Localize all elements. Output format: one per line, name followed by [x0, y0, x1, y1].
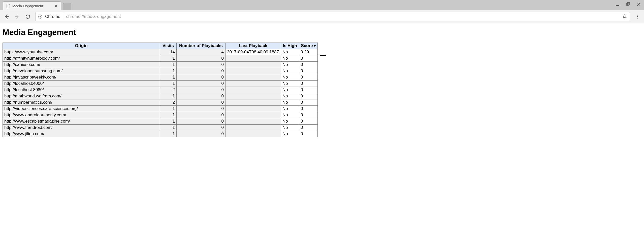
- cell-score: 0: [299, 131, 318, 137]
- svg-point-3: [40, 16, 41, 17]
- table-row: http://developer.samsung.com/10No0: [3, 68, 318, 74]
- cell-last: 2017-09-04T08:40:09.188Z: [226, 49, 281, 55]
- cell-score: 0: [299, 74, 318, 81]
- cell-playbacks: 0: [177, 112, 226, 118]
- cell-last: [226, 131, 281, 137]
- cell-visits: 1: [160, 81, 177, 87]
- cell-last: [226, 81, 281, 87]
- cell-playbacks: 0: [177, 74, 226, 81]
- svg-point-4: [637, 15, 638, 15]
- engagement-table: Origin Visits Number of Playbacks Last P…: [3, 43, 318, 137]
- cell-last: [226, 68, 281, 74]
- cell-playbacks: 0: [177, 118, 226, 125]
- reload-button[interactable]: [25, 14, 31, 20]
- cell-origin: http://javascriptweekly.com/: [3, 74, 160, 81]
- cell-score: 0: [299, 62, 318, 68]
- cell-last: [226, 93, 281, 99]
- cell-visits: 1: [160, 118, 177, 125]
- cell-origin: https://www.youtube.com/: [3, 49, 160, 55]
- kebab-menu-icon[interactable]: [634, 14, 640, 20]
- table-row: http://caniuse.com/10No0: [3, 62, 318, 68]
- url-text: chrome://media-engagement: [66, 14, 620, 19]
- table-row: http://mathworld.wolfram.com/10No0: [3, 93, 318, 99]
- svg-point-6: [637, 18, 638, 18]
- tab-title: Media Engagement: [12, 4, 52, 8]
- cell-score: 0: [299, 106, 318, 112]
- cell-high: No: [281, 118, 299, 125]
- browser-chrome: Media Engagement: [0, 0, 644, 23]
- new-tab-button[interactable]: [63, 3, 71, 10]
- table-row: https://www.youtube.com/1442017-09-04T08…: [3, 49, 318, 55]
- cell-high: No: [281, 62, 299, 68]
- omnibox[interactable]: Chrome chrome://media-engagement: [35, 12, 630, 21]
- cell-last: [226, 112, 281, 118]
- cell-playbacks: 0: [177, 125, 226, 131]
- cell-score: 0.29: [299, 49, 318, 55]
- cell-score: 0: [299, 68, 318, 74]
- cell-score: 0: [299, 87, 318, 93]
- cell-visits: 2: [160, 87, 177, 93]
- chrome-logo-icon: [38, 14, 43, 19]
- cell-playbacks: 0: [177, 87, 226, 93]
- table-header-row: Origin Visits Number of Playbacks Last P…: [3, 43, 318, 49]
- cell-visits: 1: [160, 93, 177, 99]
- maximize-icon[interactable]: [625, 1, 631, 8]
- cell-score: 0: [299, 112, 318, 118]
- omnibox-separator: [63, 14, 63, 19]
- cell-origin: http://developer.samsung.com/: [3, 68, 160, 74]
- cell-high: No: [281, 74, 299, 81]
- table-row: http://numbermatics.com/20No0: [3, 99, 318, 106]
- cell-last: [226, 55, 281, 62]
- forward-button[interactable]: [14, 14, 20, 20]
- cell-visits: 1: [160, 106, 177, 112]
- cell-visits: 1: [160, 131, 177, 137]
- cell-origin: http://localhost:8080/: [3, 87, 160, 93]
- url-scheme-label: Chrome: [45, 14, 60, 19]
- cell-visits: 1: [160, 74, 177, 81]
- cell-visits: 1: [160, 62, 177, 68]
- cell-score: 0: [299, 125, 318, 131]
- svg-rect-0: [627, 3, 629, 6]
- minimize-icon[interactable]: [614, 1, 621, 8]
- tab-close-button[interactable]: [54, 4, 58, 8]
- table-row: http://localhost:8080/20No0: [3, 87, 318, 93]
- table-row: http://www.frandroid.com/10No0: [3, 125, 318, 131]
- cell-high: No: [281, 112, 299, 118]
- cell-high: No: [281, 131, 299, 137]
- cell-high: No: [281, 125, 299, 131]
- col-high[interactable]: Is High: [281, 43, 299, 49]
- browser-tab-active[interactable]: Media Engagement: [3, 2, 61, 10]
- col-last[interactable]: Last Playback: [226, 43, 281, 49]
- table-row: http://localhost:4000/10No0: [3, 81, 318, 87]
- col-visits[interactable]: Visits: [160, 43, 177, 49]
- cell-high: No: [281, 68, 299, 74]
- col-playbacks[interactable]: Number of Playbacks: [177, 43, 226, 49]
- cell-visits: 2: [160, 99, 177, 106]
- table-row: http://affinitynumerology.com/10No0: [3, 55, 318, 62]
- cell-playbacks: 0: [177, 81, 226, 87]
- cell-origin: http://www.frandroid.com/: [3, 125, 160, 131]
- cell-playbacks: 0: [177, 68, 226, 74]
- cell-origin: http://videosciences.cafe-sciences.org/: [3, 106, 160, 112]
- cell-origin: http://affinitynumerology.com/: [3, 55, 160, 62]
- cell-high: No: [281, 55, 299, 62]
- svg-rect-1: [627, 3, 630, 5]
- cell-origin: http://www.androidauthority.com/: [3, 112, 160, 118]
- col-score[interactable]: Score: [299, 43, 318, 49]
- cell-score: 0: [299, 118, 318, 125]
- cell-high: No: [281, 106, 299, 112]
- tab-strip: Media Engagement: [0, 0, 644, 10]
- back-button[interactable]: [4, 14, 10, 20]
- cell-high: No: [281, 93, 299, 99]
- bookmark-star-icon[interactable]: [622, 14, 627, 19]
- cell-score: 0: [299, 99, 318, 106]
- cell-last: [226, 62, 281, 68]
- table-row: http://videosciences.cafe-sciences.org/1…: [3, 106, 318, 112]
- close-window-icon[interactable]: [635, 1, 642, 8]
- cell-high: No: [281, 49, 299, 55]
- page-body: Media Engagement Origin Visits Number of…: [0, 23, 644, 142]
- col-origin[interactable]: Origin: [3, 43, 160, 49]
- cell-last: [226, 106, 281, 112]
- cell-playbacks: 0: [177, 93, 226, 99]
- cell-visits: 1: [160, 68, 177, 74]
